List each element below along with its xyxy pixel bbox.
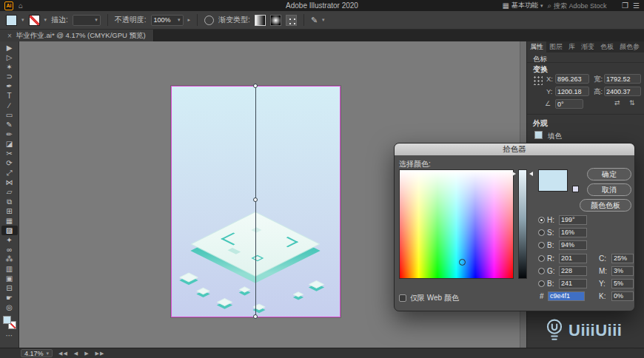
slider-arrow-right-icon[interactable] — [529, 172, 533, 176]
cancel-button[interactable]: 取消 — [587, 183, 631, 196]
blend-tool[interactable]: ∞ — [1, 245, 18, 254]
fill-stroke-indicator[interactable] — [3, 316, 16, 329]
b2-input[interactable] — [559, 279, 587, 288]
height-input[interactable] — [604, 87, 641, 96]
r-input[interactable] — [559, 254, 587, 263]
s-radio[interactable] — [538, 229, 545, 236]
app-icon[interactable]: Ai — [4, 1, 13, 10]
panel-tab-layers[interactable]: 图层 — [546, 41, 566, 53]
menu-icon[interactable]: ☰ — [633, 0, 640, 11]
eyedropper-tool[interactable]: ✦ — [1, 235, 18, 245]
first-artboard-icon[interactable]: ◀◀ — [58, 351, 68, 357]
brightness-slider[interactable] — [518, 169, 527, 279]
h-input[interactable] — [559, 215, 587, 225]
rectangle-tool[interactable]: ▭ — [1, 110, 18, 120]
stroke-weight-field[interactable]: ▾ — [73, 15, 101, 26]
artboard-tool[interactable]: ▣ — [1, 274, 18, 283]
k-input[interactable] — [611, 291, 634, 301]
linear-gradient-button[interactable] — [255, 15, 266, 26]
y-input[interactable] — [611, 279, 634, 288]
arrange-documents-icon[interactable]: ❐ — [622, 0, 628, 11]
column-graph-tool[interactable]: ▥ — [1, 264, 18, 274]
c-input[interactable] — [611, 254, 634, 263]
y-input[interactable] — [555, 87, 589, 96]
reference-point-selector[interactable] — [532, 75, 543, 85]
flip-horizontal-icon[interactable]: ⇄ — [614, 99, 620, 107]
zoom-tool[interactable]: ◎ — [1, 303, 18, 312]
fill-chevron-icon[interactable]: ▾ — [21, 17, 24, 23]
h-radio[interactable] — [538, 217, 545, 223]
g-radio[interactable] — [538, 268, 545, 274]
color-field[interactable] — [399, 169, 514, 279]
panel-tab-gradient[interactable]: 渐变 — [578, 41, 597, 53]
lasso-tool[interactable]: ⊃ — [1, 72, 18, 81]
close-icon[interactable]: × — [7, 32, 12, 40]
r-radio[interactable] — [538, 255, 545, 262]
dialog-title[interactable]: 拾色器 — [395, 143, 634, 155]
opacity-field[interactable]: 100%▾ — [151, 15, 184, 26]
flip-vertical-icon[interactable]: ⇅ — [629, 99, 635, 107]
perspective-grid-tool[interactable]: ⊞ — [1, 206, 18, 216]
g-input[interactable] — [559, 266, 587, 276]
width-input[interactable] — [604, 74, 641, 84]
m-input[interactable] — [611, 266, 634, 276]
path-anchor-handle[interactable] — [253, 314, 258, 319]
width-tool[interactable]: ⋈ — [1, 178, 18, 187]
hex-input[interactable] — [548, 291, 585, 301]
free-transform-tool[interactable]: ▱ — [1, 187, 18, 197]
panel-tab-libraries[interactable]: 库 — [566, 41, 578, 53]
path-anchor-handle[interactable] — [253, 197, 258, 202]
path-anchor-handle[interactable] — [253, 84, 258, 88]
fill-indicator[interactable] — [3, 316, 11, 324]
rotation-input[interactable] — [555, 99, 583, 109]
slider-arrow-left-icon[interactable] — [512, 172, 516, 176]
stock-search[interactable]: ⌕ — [547, 1, 617, 10]
gradient-tool[interactable]: ▨ — [1, 226, 18, 235]
selection-tool[interactable]: ▶ — [1, 43, 18, 53]
edit-gradient-icon[interactable]: ✎ — [311, 16, 318, 25]
pencil-tool[interactable]: ✏ — [1, 129, 18, 139]
color-field-marker[interactable] — [459, 259, 466, 266]
zoom-level-dropdown[interactable]: 4.17% ▾ — [21, 349, 53, 357]
magic-wand-tool[interactable]: ✶ — [1, 62, 18, 72]
slice-tool[interactable]: ⊟ — [1, 283, 18, 293]
panel-tab-color-guide[interactable]: 颜色参 — [617, 41, 643, 53]
type-tool[interactable]: T — [1, 91, 18, 101]
panel-tab-swatches[interactable]: 色板 — [597, 41, 617, 53]
document-tab[interactable]: × 毕业作业.ai* @ 4.17% (CMYK/GPU 预览) — [0, 30, 154, 41]
stroke-chevron-icon[interactable]: ▾ — [44, 17, 47, 23]
x-input[interactable] — [555, 74, 589, 84]
fill-color-swatch[interactable] — [6, 15, 17, 26]
next-artboard-icon[interactable]: ▶ — [84, 351, 89, 357]
hand-tool[interactable]: ☛ — [1, 293, 18, 303]
ok-button[interactable]: 确定 — [587, 168, 631, 180]
shape-builder-tool[interactable]: ⧉ — [1, 197, 18, 206]
rotate-tool[interactable]: ⟳ — [1, 158, 18, 168]
opacity-mask-icon[interactable] — [204, 16, 214, 25]
workspace-switcher[interactable]: ▦ 基本功能 ▾ — [502, 0, 543, 11]
eraser-tool[interactable]: ◪ — [1, 139, 18, 149]
stroke-color-swatch[interactable] — [29, 15, 40, 26]
scale-tool[interactable]: ⤢ — [1, 168, 18, 178]
symbol-sprayer-tool[interactable]: ⁂ — [1, 254, 18, 264]
last-artboard-icon[interactable]: ▶▶ — [95, 351, 105, 357]
web-only-checkbox[interactable] — [399, 294, 406, 302]
home-icon[interactable]: ⌂ — [19, 0, 23, 11]
mesh-tool[interactable]: ▦ — [1, 216, 18, 226]
radial-gradient-button[interactable] — [270, 15, 281, 26]
appearance-fill-swatch[interactable] — [534, 131, 543, 139]
color-swatches-button[interactable]: 颜色色板 — [580, 199, 631, 212]
edit-toolbar-button[interactable]: ⋯ — [6, 331, 13, 340]
previous-artboard-icon[interactable]: ◀ — [74, 351, 78, 357]
scissors-tool[interactable]: ✂ — [1, 149, 18, 158]
s-input[interactable] — [559, 228, 587, 237]
opacity-options-icon[interactable]: ▸ — [188, 17, 191, 23]
paintbrush-tool[interactable]: ✎ — [1, 120, 18, 129]
panel-tab-properties[interactable]: 属性 — [527, 41, 546, 53]
line-segment-tool[interactable]: ∕ — [1, 101, 18, 110]
pen-tool[interactable]: ✒ — [1, 81, 18, 91]
b-input[interactable] — [559, 240, 587, 250]
b-radio[interactable] — [538, 242, 545, 249]
freeform-gradient-button[interactable] — [286, 15, 297, 26]
search-input[interactable] — [554, 2, 617, 10]
